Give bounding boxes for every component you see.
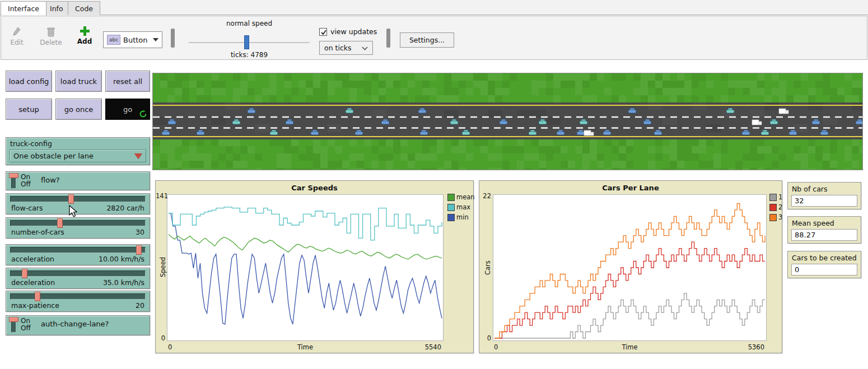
legend-item: min (447, 213, 475, 221)
switch-handle[interactable] (9, 173, 18, 178)
lanes-chart-canvas (493, 195, 766, 340)
slider-name: flow-cars (11, 204, 43, 212)
acceleration-slider: acceleration 10.00 km/h/s (6, 244, 150, 265)
deceleration-slider: deceleration 35.0 km/h/s (6, 268, 150, 289)
button-widget-icon: abc (107, 35, 120, 45)
yellow-line-top (153, 105, 862, 106)
speed-slider-track[interactable] (189, 42, 310, 43)
max-patience-slider: max-patience 20 (6, 291, 150, 312)
plus-icon (79, 25, 90, 36)
monitor-value: 0 (791, 264, 857, 275)
slider-handle[interactable] (22, 269, 27, 278)
slider-value: 35.0 km/h/s (103, 278, 144, 287)
legend-swatch (447, 214, 455, 221)
slider-track[interactable] (10, 270, 146, 277)
slider-value: 20 (136, 301, 144, 310)
slider-name: max-patience (11, 301, 59, 310)
plot-legend: meanmaxmin (447, 193, 475, 221)
reset-all-button[interactable]: reset all (105, 71, 150, 92)
y-axis-label: Cars (484, 260, 492, 275)
tab-info[interactable]: Info (43, 1, 71, 15)
flow-cars-slider: flow-cars 2820 car/h (6, 193, 150, 214)
go-button[interactable]: go (105, 99, 150, 120)
yellow-line-bottom (153, 136, 862, 137)
legend-item: 1 (769, 193, 782, 201)
go-button-label: go (123, 105, 132, 114)
speed-slider: normal speed ticks: 4789 (189, 20, 310, 57)
trash-icon (46, 26, 55, 38)
slider-value: 30 (136, 228, 144, 236)
slider-value: 10.00 km/h/s (99, 255, 144, 263)
slider-handle[interactable] (136, 245, 142, 255)
slider-value: 2820 car/h (106, 204, 144, 212)
update-mode-select[interactable]: on ticks (319, 41, 373, 55)
auth-change-lane-switch: On Off auth-change-lane? (6, 315, 150, 335)
slider-name: acceleration (11, 255, 54, 263)
world-canvas (153, 73, 862, 170)
plot-legend: 123 (769, 193, 782, 221)
world-view[interactable] (152, 73, 863, 170)
tab-code[interactable]: Code (68, 1, 100, 15)
truck-config-chooser: truck-config One obstacle per lane (6, 137, 150, 165)
widget-type-dropdown[interactable]: abc Button (103, 31, 162, 48)
checkmark-icon (320, 29, 327, 36)
legend-swatch (769, 204, 777, 211)
legend-swatch (769, 214, 777, 221)
slider-name: number-of-cars (11, 228, 64, 236)
slider-handle[interactable] (35, 292, 40, 301)
slider-handle[interactable] (68, 194, 74, 204)
legend-label: 3 (778, 213, 782, 221)
y-axis-max: 22 (480, 192, 491, 200)
cars-to-be-created-monitor: Cars to be created 0 (787, 251, 861, 278)
plot-title: Car Speeds (156, 184, 473, 192)
load-config-button[interactable]: load config (6, 71, 52, 92)
switch-off-label: Off (21, 324, 31, 332)
view-updates-label: view updates (330, 27, 377, 36)
series-line-mean (169, 234, 442, 259)
legend-item: mean (447, 193, 475, 201)
load-truck-button[interactable]: load truck (55, 71, 102, 92)
switch-name: flow? (41, 176, 60, 184)
ticks-counter: ticks: 4789 (189, 51, 310, 59)
car-speeds-plot: Car Speeds 141 0 Speed 0 Time 5540 meanm… (155, 180, 474, 353)
y-axis-max: 141 (156, 192, 165, 200)
legend-swatch (447, 194, 455, 201)
legend-label: 1 (778, 193, 782, 201)
add-button[interactable]: Add (74, 25, 95, 45)
slider-track[interactable] (10, 196, 146, 202)
go-once-button[interactable]: go once (55, 99, 102, 120)
speed-slider-label: normal speed (189, 20, 310, 27)
add-label: Add (77, 38, 92, 45)
delete-button[interactable]: Delete (38, 26, 64, 46)
slider-handle[interactable] (57, 218, 63, 228)
settings-button[interactable]: Settings... (400, 32, 454, 48)
forever-loop-icon (139, 110, 147, 118)
toolbar-separator (386, 29, 390, 48)
widget-type-value: Button (123, 36, 150, 44)
edit-button[interactable]: Edit (6, 26, 28, 46)
tab-bar: Interface Info Code (0, 0, 868, 15)
series-line-min (169, 213, 442, 324)
toolbar-separator (171, 29, 175, 48)
edit-label: Edit (10, 39, 23, 46)
tab-interface[interactable]: Interface (1, 1, 46, 16)
switch-off-label: Off (21, 180, 31, 188)
monitor-label: Cars to be created (792, 254, 857, 262)
switch-on-label: On (21, 173, 30, 181)
speeds-chart-canvas (167, 195, 443, 340)
mean-speed-monitor: Mean speed 88.27 (787, 216, 861, 244)
switch-handle[interactable] (9, 317, 18, 322)
view-updates-checkbox[interactable] (319, 28, 327, 36)
slider-track[interactable] (10, 247, 146, 253)
monitor-label: Nb of cars (792, 185, 827, 193)
setup-button[interactable]: setup (6, 99, 52, 120)
netlogo-app: Interface Info Code Edit Delete Ad (0, 0, 868, 369)
monitor-value: 88.27 (791, 229, 857, 241)
slider-track[interactable] (10, 220, 146, 226)
legend-item: 2 (769, 203, 782, 211)
x-axis-max: 5360 (715, 343, 767, 351)
chooser-dropdown[interactable]: One obstacle per lane (10, 150, 146, 162)
y-axis-min: 0 (480, 334, 491, 342)
slider-track[interactable] (10, 293, 146, 300)
speed-slider-handle[interactable] (244, 35, 249, 49)
